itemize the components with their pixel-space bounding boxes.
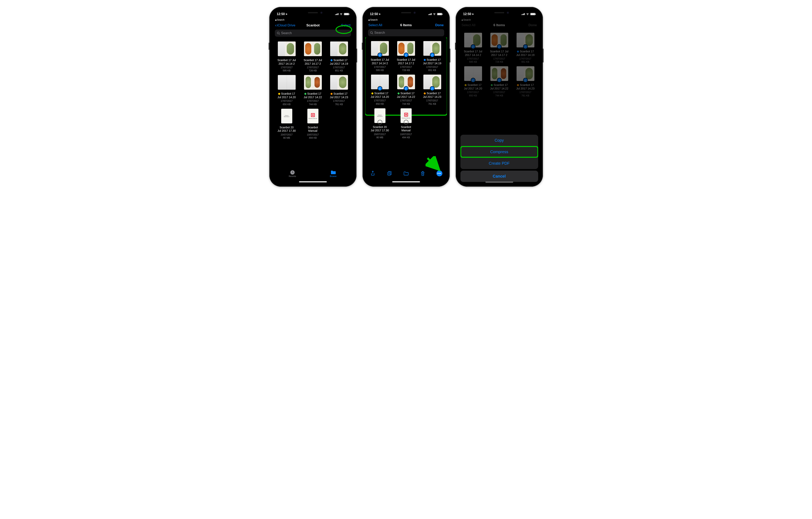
file-item[interactable]: Scanbot 17Jul 2017 14.2017/07/2017650 KB	[274, 75, 299, 106]
app-back-link[interactable]: ◀Search	[365, 19, 447, 22]
file-name: ScanbotManual	[401, 126, 411, 132]
cellular-icon	[522, 13, 525, 15]
tag-dot-icon	[465, 84, 467, 86]
file-item[interactable]: ✓Scanbot 17 Jul2017 14.14 217/07/2017595…	[461, 33, 486, 63]
app-back-link[interactable]: ◀Search	[272, 19, 354, 22]
notch	[386, 10, 426, 16]
selected-checkmark-icon: ✓	[378, 53, 382, 57]
select-all-button[interactable]: Select All	[369, 23, 388, 27]
selected-checkmark-icon: ✓	[430, 53, 435, 57]
file-meta: 17/07/2017650 KB	[374, 99, 386, 105]
file-meta: 17/07/2017761 KB	[333, 100, 345, 106]
phone-frame-2: 12:50➤ ◀Search Select All 6 Items Done S…	[362, 7, 450, 187]
duplicate-button[interactable]	[386, 170, 393, 176]
search-icon	[370, 31, 373, 34]
file-meta: 10/07/2017494 KB	[400, 133, 412, 139]
tag-dot-icon	[517, 84, 519, 86]
delete-button[interactable]	[419, 170, 426, 176]
home-indicator[interactable]	[392, 181, 420, 182]
file-item[interactable]: ✓Scanbot 17Jul 2017 14.1917/07/2017651 K…	[420, 41, 444, 72]
file-item[interactable]: Scanbot 17Jul 2017 14.2217/07/2017744 KB	[300, 75, 325, 106]
search-field[interactable]: Search	[275, 30, 351, 37]
file-name: Scanbot 20Jul 2017 17.30	[371, 126, 389, 132]
file-meta: 17/07/2017595 KB	[374, 65, 386, 72]
file-item[interactable]: Scanbot 17 Jul2017 14.17 217/07/2017726 …	[300, 42, 325, 72]
file-grid[interactable]: ✓Scanbot 17 Jul2017 14.14 217/07/2017595…	[365, 37, 447, 172]
tag-dot-icon	[424, 92, 426, 94]
more-button[interactable]: •••	[436, 170, 442, 176]
file-meta: 17/07/2017595 KB	[467, 57, 479, 63]
file-meta: 17/07/2017726 KB	[400, 65, 412, 72]
tab-recents[interactable]: Recents	[272, 167, 313, 180]
svg-line-4	[372, 33, 373, 34]
home-indicator[interactable]	[299, 181, 327, 182]
file-name: Scanbot 17 Jul2017 14.17 2	[490, 50, 509, 57]
selected-checkmark-icon: ✓	[404, 86, 408, 91]
file-item[interactable]: ✓Scanbot 17 Jul2017 14.17 217/07/2017726…	[394, 41, 418, 72]
file-item[interactable]: ✓Scanbot 17Jul 2017 14.2217/07/2017744 K…	[487, 66, 512, 97]
file-item[interactable]: Scanbot Manual✓ScanbotManual10/07/201749…	[394, 108, 418, 139]
action-create-pdf[interactable]: Create PDF	[460, 158, 538, 169]
search-field[interactable]: Search	[368, 29, 444, 36]
clock-icon	[290, 170, 295, 175]
file-item[interactable]: Scanbot ManualScanbotManual10/07/2017494…	[300, 109, 325, 139]
file-thumbnail: GastonBachelard	[281, 109, 292, 124]
cellular-icon	[335, 13, 339, 15]
select-all-button: Select All	[462, 23, 482, 27]
selected-checkmark-icon: ✓	[404, 53, 408, 57]
action-copy[interactable]: Copy	[460, 135, 538, 146]
tag-dot-icon	[517, 51, 519, 53]
tag-dot-icon	[491, 84, 493, 86]
file-meta: 20/07/201780 MB	[281, 133, 292, 139]
file-item[interactable]: ✓Scanbot 17Jul 2017 14.2317/07/2017761 K…	[420, 75, 444, 105]
selected-checkmark-icon: ✓	[497, 44, 502, 49]
file-thumbnail	[330, 42, 348, 56]
share-button[interactable]	[370, 170, 376, 176]
back-button[interactable]: ‹iCloud Drive	[275, 23, 295, 28]
battery-icon	[530, 13, 535, 15]
file-thumbnail	[304, 42, 322, 56]
file-item[interactable]: ✓Scanbot 17Jul 2017 14.2017/07/2017650 K…	[461, 66, 486, 97]
action-sheet: Copy Compress Create PDF Cancel	[460, 135, 538, 182]
svg-point-0	[277, 32, 279, 34]
file-meta: 17/07/2017650 KB	[281, 100, 292, 106]
wifi-icon	[526, 13, 529, 16]
file-item[interactable]: ✓Scanbot 17Jul 2017 14.2017/07/2017650 K…	[368, 75, 392, 105]
file-name: Scanbot 17Jul 2017 14.23	[423, 92, 441, 99]
file-item[interactable]: ✓Scanbot 17 Jul2017 14.17 217/07/2017726…	[487, 33, 512, 63]
tab-browse[interactable]: Browse	[313, 167, 354, 180]
file-meta: 17/07/2017761 KB	[519, 91, 531, 97]
file-item[interactable]: ✓Scanbot 17Jul 2017 14.1917/07/2017651 K…	[513, 33, 538, 63]
battery-icon	[437, 13, 442, 15]
file-item[interactable]: GastonBachelard✓Scanbot 20Jul 2017 17.30…	[368, 108, 392, 139]
action-compress[interactable]: Compress	[460, 146, 538, 158]
file-item[interactable]: ✓Scanbot 17Jul 2017 14.2217/07/2017744 K…	[394, 75, 418, 105]
file-grid[interactable]: Scanbot 17 Jul2017 14.14 217/07/2017595 …	[272, 38, 354, 172]
action-cancel[interactable]: Cancel	[460, 171, 538, 182]
done-button: Done	[517, 23, 537, 27]
file-item[interactable]: Scanbot 17Jul 2017 14.2317/07/2017761 KB	[327, 75, 351, 106]
file-meta: 17/07/2017651 KB	[519, 57, 531, 63]
file-item[interactable]: GastonBachelardScanbot 20Jul 2017 17.302…	[274, 109, 299, 139]
selected-checkmark-icon: ✓	[523, 44, 528, 49]
tag-dot-icon	[278, 93, 280, 95]
file-name: Scanbot 17 Jul2017 14.14 2	[464, 50, 482, 57]
file-name: Scanbot 17Jul 2017 14.22	[304, 92, 322, 99]
file-name: Scanbot 17Jul 2017 14.22	[397, 92, 415, 99]
selected-checkmark-icon: ✓	[378, 86, 382, 91]
file-item[interactable]: ✓Scanbot 17Jul 2017 14.2317/07/2017761 K…	[513, 66, 538, 97]
file-meta: 17/07/2017650 KB	[467, 91, 479, 97]
tag-dot-icon	[424, 59, 426, 61]
file-thumbnail	[278, 42, 296, 56]
file-item[interactable]: Scanbot 17 Jul2017 14.14 217/07/2017595 …	[274, 42, 299, 72]
file-item[interactable]: Scanbot 17Jul 2017 14.1917/07/2017651 KB	[327, 42, 351, 72]
location-icon: ➤	[286, 13, 288, 16]
file-name: Scanbot 17Jul 2017 14.19	[330, 58, 348, 65]
file-meta: 17/07/2017744 KB	[307, 100, 319, 106]
unselected-circle-icon: ✓	[404, 120, 408, 125]
select-button[interactable]: Select	[330, 23, 350, 27]
move-button[interactable]	[403, 170, 409, 176]
file-meta: 10/07/2017494 KB	[307, 133, 319, 139]
file-item[interactable]: ✓Scanbot 17 Jul2017 14.14 217/07/2017595…	[368, 41, 392, 72]
done-button[interactable]: Done	[424, 23, 444, 27]
